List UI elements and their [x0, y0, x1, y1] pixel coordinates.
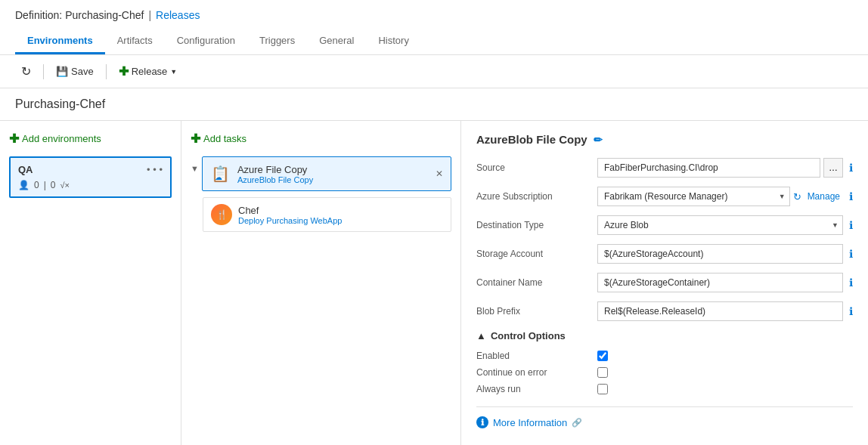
checks-count: 0	[51, 180, 56, 190]
always-run-checkbox[interactable]	[597, 384, 608, 394]
edit-icon[interactable]: ✏	[594, 134, 603, 146]
azure-file-copy-close[interactable]: ✕	[436, 168, 443, 179]
control-options-header[interactable]: ▲ Control Options	[476, 330, 853, 341]
add-environments-button[interactable]: ✚ Add environments	[9, 130, 101, 147]
add-tasks-plus-icon: ✚	[191, 131, 200, 146]
stats-separator: |	[44, 180, 46, 190]
refresh-icon: ↻	[21, 64, 31, 79]
source-info-icon[interactable]: ℹ	[849, 162, 853, 174]
enabled-label: Enabled	[476, 351, 597, 361]
storage-account-info-icon[interactable]: ℹ	[849, 248, 853, 260]
source-input[interactable]	[597, 158, 820, 178]
container-name-label: Container Name	[476, 277, 597, 288]
tab-configuration[interactable]: Configuration	[165, 29, 247, 54]
env-stats: 👤 0 | 0 √×	[18, 180, 163, 190]
details-title: AzureBlob File Copy ✏	[476, 133, 853, 146]
add-plus-icon: ✚	[9, 131, 19, 146]
destination-type-select-wrap: Azure Blob	[597, 215, 843, 235]
blob-prefix-value: ℹ	[597, 301, 853, 321]
details-title-text: AzureBlob File Copy	[476, 133, 587, 146]
main-content: ✚ Add environments QA • • • 👤 0 | 0 √× ✚…	[0, 121, 868, 445]
save-label: Save	[71, 66, 94, 77]
azure-subscription-field-row: Azure Subscription Fabrikam (Resource Ma…	[476, 187, 853, 206]
container-name-info-icon[interactable]: ℹ	[849, 277, 853, 289]
azure-sub-info-icon[interactable]: ℹ	[849, 190, 853, 202]
continue-on-error-checkbox[interactable]	[597, 367, 608, 378]
toolbar-separator-1	[43, 64, 44, 79]
storage-account-field-row: Storage Account ℹ	[476, 244, 853, 264]
toolbar-separator-2	[106, 64, 107, 79]
more-info-icon: ℹ	[476, 416, 488, 428]
chef-task[interactable]: 🍴 Chef Deploy Purchasing WebApp	[203, 197, 451, 232]
blob-prefix-info-icon[interactable]: ℹ	[849, 305, 853, 317]
continue-on-error-row: Continue on error	[476, 367, 853, 378]
always-run-label: Always run	[476, 384, 597, 394]
chef-name: Chef	[238, 205, 443, 216]
more-information-link[interactable]: ℹ More Information 🔗	[476, 406, 853, 428]
more-info-label: More Information	[493, 417, 567, 428]
tab-artifacts[interactable]: Artifacts	[105, 29, 165, 54]
chef-icon: 🍴	[211, 204, 232, 225]
release-label: Release	[132, 66, 168, 77]
refresh-button[interactable]: ↻	[15, 61, 37, 82]
azure-file-copy-subtitle: AzureBlob File Copy	[237, 175, 429, 184]
blob-prefix-label: Blob Prefix	[476, 306, 597, 317]
azure-file-copy-name: Azure File Copy	[237, 164, 429, 175]
azure-subscription-select[interactable]: Fabrikam (Resource Manager)	[597, 187, 790, 206]
dest-type-info-icon[interactable]: ℹ	[849, 219, 853, 231]
destination-type-select[interactable]: Azure Blob	[597, 215, 843, 235]
container-name-field-row: Container Name ℹ	[476, 273, 853, 292]
enabled-checkbox[interactable]	[597, 351, 608, 361]
checks-icon: √×	[60, 181, 70, 190]
task-text-azure-file-copy: Azure File Copy AzureBlob File Copy	[237, 164, 429, 184]
source-browse-button[interactable]: …	[823, 158, 843, 178]
source-field-row: Source … ℹ	[476, 158, 853, 178]
source-value: … ℹ	[597, 158, 853, 178]
add-tasks-button[interactable]: ✚ Add tasks	[191, 130, 246, 147]
details-panel: AzureBlob File Copy ✏ Source … ℹ Azure S…	[461, 121, 868, 445]
enabled-row: Enabled	[476, 351, 853, 361]
manage-link[interactable]: Manage	[808, 191, 840, 202]
continue-on-error-label: Continue on error	[476, 367, 597, 378]
page-title: Purchasing-Chef	[15, 97, 105, 110]
storage-account-input[interactable]	[597, 244, 843, 264]
page-title-bar: Purchasing-Chef	[0, 88, 868, 121]
collapse-icon: ▲	[476, 330, 486, 341]
chef-subtitle: Deploy Purchasing WebApp	[238, 216, 443, 225]
tab-environments[interactable]: Environments	[15, 29, 105, 54]
save-button[interactable]: 💾 Save	[50, 63, 100, 80]
breadcrumb: Definition: Purchasing-Chef | Releases	[15, 9, 853, 21]
task-expand-arrow[interactable]: ▼	[191, 164, 199, 173]
env-options-button[interactable]: • • •	[147, 164, 163, 175]
control-options-label: Control Options	[491, 330, 566, 341]
tab-triggers[interactable]: Triggers	[247, 29, 307, 54]
release-button[interactable]: ✚ Release ▼	[113, 61, 184, 82]
always-run-row: Always run	[476, 384, 853, 394]
blob-prefix-input[interactable]	[597, 301, 843, 321]
azure-file-copy-task[interactable]: 📋 ☁ Azure File Copy AzureBlob File Copy …	[202, 156, 451, 191]
blob-prefix-field-row: Blob Prefix ℹ	[476, 301, 853, 321]
breadcrumb-title: Definition: Purchasing-Chef	[15, 9, 144, 21]
add-tasks-label: Add tasks	[203, 133, 246, 144]
destination-type-value: Azure Blob ℹ	[597, 215, 853, 235]
qa-environment-card[interactable]: QA • • • 👤 0 | 0 √×	[9, 156, 172, 198]
tab-general[interactable]: General	[307, 29, 366, 54]
environments-panel: ✚ Add environments QA • • • 👤 0 | 0 √×	[0, 121, 181, 445]
destination-type-field-row: Destination Type Azure Blob ℹ	[476, 215, 853, 235]
add-environments-label: Add environments	[22, 133, 101, 144]
env-card-header: QA • • •	[18, 164, 163, 175]
container-name-input[interactable]	[597, 273, 843, 292]
release-dropdown-icon: ▼	[170, 68, 177, 76]
breadcrumb-releases-link[interactable]: Releases	[156, 9, 200, 21]
azure-subscription-value: Fabrikam (Resource Manager) ↻ Manage ℹ	[597, 187, 853, 206]
storage-account-value: ℹ	[597, 244, 853, 264]
storage-account-label: Storage Account	[476, 249, 597, 259]
users-count: 0	[34, 180, 39, 190]
task-text-chef: Chef Deploy Purchasing WebApp	[238, 205, 443, 225]
header: Definition: Purchasing-Chef | Releases E…	[0, 0, 868, 55]
tab-history[interactable]: History	[366, 29, 420, 54]
subscription-refresh-icon[interactable]: ↻	[793, 191, 801, 202]
breadcrumb-separator: |	[148, 9, 151, 21]
azure-subscription-select-wrap: Fabrikam (Resource Manager)	[597, 187, 790, 206]
plus-icon: ✚	[119, 64, 129, 79]
